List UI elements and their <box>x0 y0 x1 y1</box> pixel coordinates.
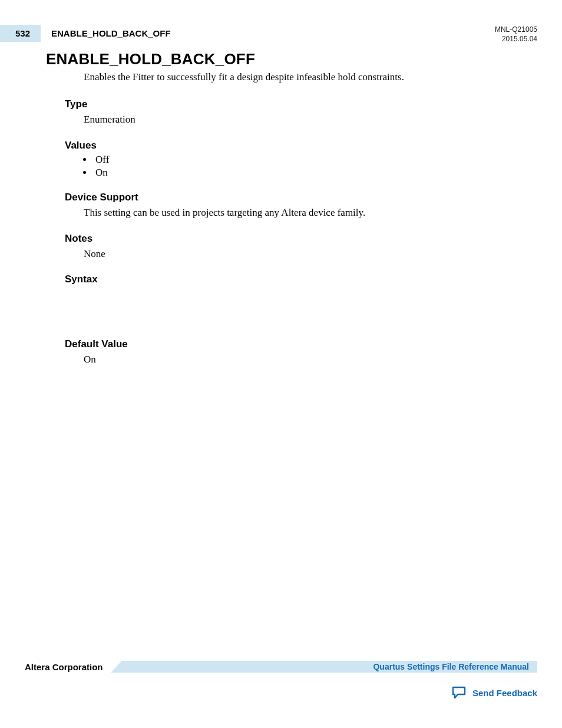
section-default-value: Default Value On <box>65 338 537 367</box>
section-label-values: Values <box>65 140 537 151</box>
values-list: Off On <box>93 154 537 179</box>
section-type: Type Enumeration <box>65 98 537 127</box>
section-body-default-value: On <box>84 353 537 367</box>
footer-bar: Altera Corporation Quartus Settings File… <box>25 661 537 673</box>
section-label-notes: Notes <box>65 233 537 245</box>
section-notes: Notes None <box>65 233 537 261</box>
running-header: 532 ENABLE_HOLD_BACK_OFF <box>25 25 537 42</box>
footer-doc-link[interactable]: Quartus Settings File Reference Manual <box>373 662 529 671</box>
doc-id: MNL-Q21005 <box>495 25 537 34</box>
section-syntax: Syntax <box>65 274 537 285</box>
footer-company: Altera Corporation <box>25 662 103 672</box>
section-device-support: Device Support This setting can be used … <box>65 192 537 220</box>
document-page: MNL-Q21005 2015.05.04 532 ENABLE_HOLD_BA… <box>0 0 562 728</box>
section-label-device-support: Device Support <box>65 192 537 203</box>
description-text: Enables the Fitter to successfully fit a… <box>84 71 537 84</box>
feedback-row: Send Feedback <box>25 686 537 700</box>
value-item: On <box>93 167 537 179</box>
section-label-default-value: Default Value <box>65 338 537 350</box>
section-label-type: Type <box>65 98 537 110</box>
send-feedback-link[interactable]: Send Feedback <box>472 688 537 698</box>
value-item: Off <box>93 154 537 166</box>
section-label-syntax: Syntax <box>65 274 537 285</box>
page-footer: Altera Corporation Quartus Settings File… <box>25 661 537 700</box>
section-values: Values Off On <box>65 140 537 179</box>
section-body-notes: None <box>84 247 537 261</box>
footer-stripe: Quartus Settings File Reference Manual <box>111 661 537 673</box>
feedback-icon[interactable] <box>451 686 467 700</box>
doc-meta: MNL-Q21005 2015.05.04 <box>495 25 537 44</box>
page-number: 532 <box>0 25 41 42</box>
page-title: ENABLE_HOLD_BACK_OFF <box>46 50 537 68</box>
running-title: ENABLE_HOLD_BACK_OFF <box>51 25 171 38</box>
section-body-type: Enumeration <box>84 113 537 127</box>
doc-date: 2015.05.04 <box>495 34 537 44</box>
section-body-device-support: This setting can be used in projects tar… <box>84 206 537 220</box>
